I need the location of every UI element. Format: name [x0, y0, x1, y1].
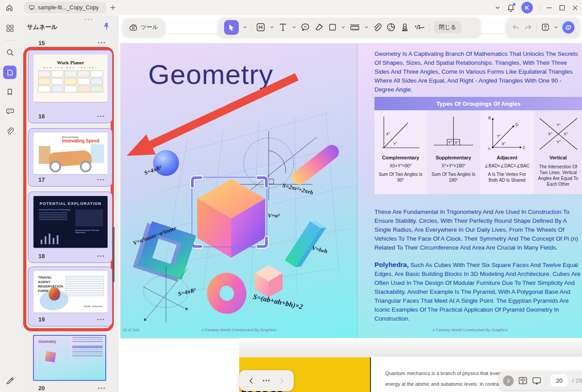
thumbnail-page-19[interactable]: TRAVEL AGENT RESERVATION FORM Emily John… [28, 267, 112, 326]
prev-page-button[interactable] [248, 378, 254, 384]
panel-title: サムネール [27, 23, 58, 31]
thumbnails-panel-button[interactable] [3, 66, 17, 79]
page-18-label: 18 [38, 253, 45, 259]
pen-icon [5, 376, 14, 385]
minimize-button[interactable] [546, 4, 553, 11]
document-tab[interactable]: sample-fil..._Copy_Copy [24, 2, 106, 13]
svg-text:X°: X° [502, 142, 506, 146]
measure-tool-button[interactable] [349, 22, 360, 32]
thumb17-right-card [91, 144, 104, 163]
text-tool-button[interactable] [278, 22, 288, 32]
grid-icon [6, 24, 14, 33]
signature-tool-button[interactable] [414, 22, 425, 32]
formula-bar: V=lwh [311, 244, 328, 254]
thumbnail-page-20[interactable]: Geometry [33, 335, 106, 381]
pin-panel-button[interactable] [103, 22, 111, 30]
history-save-toolbar [507, 18, 579, 37]
chevron-right-icon [506, 379, 511, 383]
supplementary-diagram: Y° X° [431, 114, 476, 153]
titlebar-right: K [495, 0, 578, 15]
next-page-button[interactable] [279, 378, 285, 384]
page-nav-pill [239, 370, 294, 391]
chevron-down-icon[interactable] [495, 5, 500, 10]
shape-tool-button[interactable] [328, 23, 337, 32]
thumbnail-page-18[interactable]: POTENTIAL EXPLORATION Unlocking The Futu… [28, 192, 112, 263]
collapse-bar-button[interactable] [503, 375, 514, 386]
formula-torus: S=4πR² [177, 286, 197, 297]
search-button[interactable] [5, 47, 15, 57]
page-18-menu[interactable] [97, 255, 104, 257]
two-page-view-button[interactable] [518, 376, 528, 385]
thumb20-textlines2 [70, 350, 105, 356]
panel-drag-handle[interactable] [85, 19, 92, 20]
attachment-paperclip-icon [373, 23, 382, 32]
pin-icon [103, 22, 111, 30]
divider [4, 40, 15, 41]
svg-text:C: C [523, 146, 525, 150]
home-button[interactable] [4, 2, 15, 13]
paragraph-2: These Are Fundamental In Trigonometry An… [374, 208, 582, 252]
right-page[interactable]: Geometry Is A Captivating Branch Of Math… [357, 43, 582, 338]
right-page-footer: A Fantasy World Constructed By Graphics [358, 328, 582, 332]
page-16-menu[interactable] [97, 116, 104, 117]
grid-menu-button[interactable] [5, 23, 15, 33]
attachments-button[interactable] [5, 126, 15, 136]
annotation-toolbar: 閉じる [219, 18, 480, 37]
svg-text:A: A [488, 146, 491, 151]
avatar[interactable]: K [521, 2, 533, 13]
page-20-preview: Geometry [34, 336, 105, 380]
comment-bubble-icon [300, 22, 310, 32]
paragraph-3-rest: Such As Cubes With Their Six Square Face… [374, 262, 581, 322]
maximize-button[interactable] [559, 4, 565, 11]
page-15-label: 15 [38, 40, 45, 46]
heading-tool-chevron[interactable] [270, 25, 274, 29]
angle-column-adjacent: B D Y° X° A C Adjacent ∠BAD+∠DAC=∠BAC A … [480, 110, 534, 194]
redo-button[interactable] [524, 24, 532, 31]
formula-cuboid: S=(ab+ah+bh)×2 [252, 292, 303, 311]
left-page[interactable]: Geometry [121, 43, 357, 338]
highlighter-tool-button[interactable] [314, 22, 324, 32]
page-number-input[interactable] [551, 375, 568, 387]
page-17-menu[interactable] [97, 179, 104, 180]
nav-more-menu[interactable] [263, 380, 270, 381]
select-tool-chevron[interactable] [243, 25, 247, 29]
thumbnail-page-17[interactable]: Motorcycle Design Innovating Speed 17 [28, 128, 112, 187]
measure-tool-chevron[interactable] [364, 25, 369, 29]
new-tab-button[interactable] [109, 4, 117, 12]
attach-tool-button[interactable] [373, 23, 382, 32]
avatar-initial: K [525, 4, 529, 11]
mini-cube-shape [255, 265, 283, 297]
thumbnail-page-16[interactable]: Work Planer MON TUE WED THU FRI 16 [28, 50, 112, 123]
paragraph-3: Polyhedra, Such As Cubes With Their Six … [374, 260, 582, 323]
heading-tool-button[interactable] [256, 22, 266, 32]
shape-tool-chevron[interactable] [341, 25, 345, 29]
paperclip-icon [6, 127, 14, 135]
comments-button[interactable] [5, 106, 15, 116]
page-15-menu[interactable] [98, 42, 105, 43]
page-20-menu[interactable] [98, 388, 105, 389]
undo-button[interactable] [511, 24, 520, 31]
sticker-tool-button[interactable] [386, 22, 396, 32]
thumb20-table-header [72, 346, 103, 348]
notifications-button[interactable] [507, 4, 515, 12]
red-arrow-annotation[interactable] [127, 73, 299, 156]
bookmarks-button[interactable] [5, 87, 15, 97]
comment-tool-button[interactable] [300, 22, 310, 32]
text-tool-chevron[interactable] [292, 25, 296, 29]
home-icon [5, 4, 13, 12]
page-total-label: / 29 [572, 377, 582, 384]
save-button[interactable] [541, 23, 550, 32]
close-button[interactable] [572, 4, 578, 11]
pen-tools-button[interactable] [5, 376, 15, 386]
svg-text:D: D [515, 122, 518, 127]
page-19-menu[interactable] [97, 319, 104, 320]
tools-button[interactable]: ツール [123, 19, 164, 36]
panel-scrollbar[interactable] [112, 227, 115, 282]
save-chevron[interactable] [554, 25, 558, 29]
select-tool-button[interactable] [224, 20, 239, 35]
stamp-tool-button[interactable] [400, 22, 410, 32]
presentation-button[interactable] [532, 376, 541, 385]
close-toolbar-button[interactable]: 閉じる [434, 21, 461, 33]
ai-assistant-button[interactable] [562, 21, 574, 33]
thumb18-table [75, 209, 103, 226]
